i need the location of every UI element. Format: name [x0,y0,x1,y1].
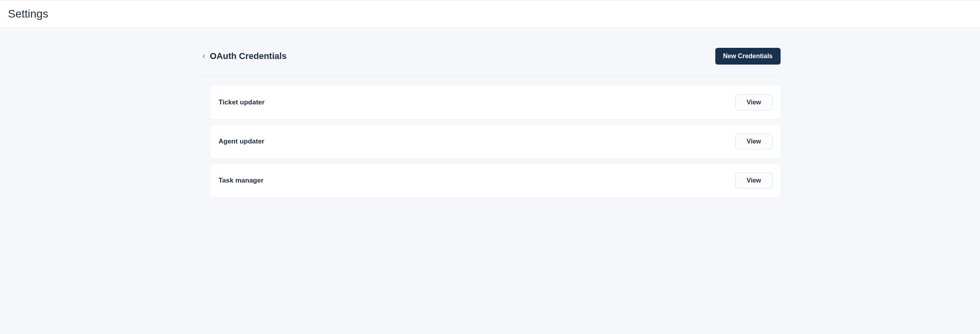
view-button[interactable]: View [735,94,773,110]
credential-name: Task manager [219,177,264,185]
view-button[interactable]: View [735,173,773,189]
section-header: OAuth Credentials New Credentials [199,48,781,76]
credential-name: Agent updater [219,138,264,145]
credentials-list: Ticket updater View Agent updater View T… [199,86,781,197]
chevron-left-icon[interactable] [199,52,208,61]
top-bar: Settings [0,0,980,28]
credential-name: Ticket updater [219,98,265,106]
new-credentials-button[interactable]: New Credentials [715,48,781,65]
content-wrap: OAuth Credentials New Credentials Ticket… [199,28,781,213]
section-title: OAuth Credentials [210,51,287,61]
list-item: Agent updater View [211,125,781,158]
page-title: Settings [8,8,972,20]
list-item: Task manager View [211,164,781,197]
section-header-left: OAuth Credentials [199,51,287,61]
list-item: Ticket updater View [211,86,781,119]
view-button[interactable]: View [735,134,773,149]
